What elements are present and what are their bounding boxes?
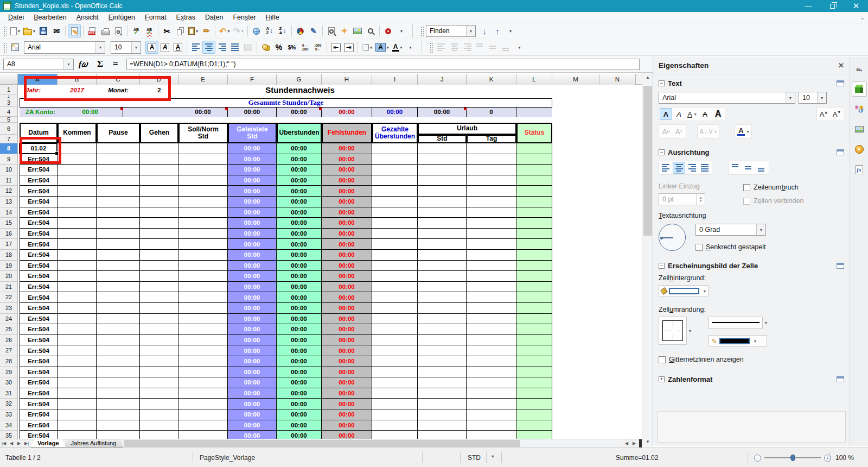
cell-G30[interactable]: 00:00: [277, 377, 322, 388]
cell-D19[interactable]: [140, 261, 178, 272]
cell-J17[interactable]: [418, 239, 467, 250]
cell-K22[interactable]: [467, 292, 516, 303]
cell-L18[interactable]: [516, 250, 552, 261]
cell-E13[interactable]: [178, 197, 228, 207]
cell-J27[interactable]: [418, 345, 467, 356]
row-header-33[interactable]: 33: [0, 409, 18, 420]
column-header-J[interactable]: J: [418, 74, 467, 85]
cell-H10[interactable]: 00:00: [322, 165, 372, 175]
cell-F28[interactable]: 00:00: [228, 356, 277, 367]
sidebar-menu-icon[interactable]: ≡▾: [852, 61, 867, 77]
cell-L22[interactable]: [516, 292, 552, 303]
cell-J14[interactable]: [418, 207, 467, 218]
cell-H20[interactable]: 00:00: [322, 271, 372, 282]
cell-appearance-dialog-launcher-icon[interactable]: [837, 263, 844, 269]
cell-F30[interactable]: 00:00: [228, 377, 277, 388]
row-header-8[interactable]: 8: [0, 143, 18, 154]
cell-A24[interactable]: Err:504: [20, 314, 58, 325]
cell-G26[interactable]: 00:00: [277, 335, 322, 346]
toolbar-options-button[interactable]: ▾: [395, 24, 408, 37]
minimize-button[interactable]: —: [796, 0, 820, 12]
cell-I22[interactable]: [372, 292, 418, 303]
cell-A33[interactable]: Err:504: [20, 409, 58, 420]
paste-button[interactable]: ▾: [187, 24, 200, 37]
cell-K35[interactable]: [467, 431, 516, 439]
auto-spellcheck-button[interactable]: AB✓: [143, 24, 156, 37]
cell-J26[interactable]: [418, 335, 467, 346]
select-all-corner[interactable]: [0, 74, 18, 85]
cell-B33[interactable]: [58, 409, 97, 420]
vertical-scrollbar-thumb[interactable]: [643, 86, 652, 236]
scroll-down-icon[interactable]: ▼: [642, 437, 653, 446]
cell-J29[interactable]: [418, 367, 467, 378]
cell-I21[interactable]: [372, 282, 418, 293]
percent-button[interactable]: %: [272, 41, 285, 54]
column-header-G[interactable]: G: [277, 74, 322, 85]
cell-B28[interactable]: [58, 356, 97, 367]
toolbar-options-button[interactable]: ▾: [513, 41, 526, 54]
cell-C9[interactable]: [97, 154, 140, 165]
cell-C28[interactable]: [97, 356, 140, 367]
cut-button[interactable]: ✂: [161, 24, 174, 37]
cell-B12[interactable]: [58, 186, 97, 197]
cell-C32[interactable]: [97, 399, 140, 409]
zoom-slider-thumb[interactable]: [790, 455, 795, 461]
cell-L13[interactable]: [516, 197, 552, 207]
cell-E29[interactable]: [178, 367, 228, 378]
redo-button[interactable]: ↷▾: [231, 24, 245, 37]
bold-button[interactable]: A: [660, 108, 672, 120]
cell-A26[interactable]: Err:504: [20, 335, 58, 346]
cell-C33[interactable]: [97, 409, 140, 420]
rotation-combo[interactable]: 0 Grad▾: [695, 224, 766, 236]
email-button[interactable]: ✉: [50, 24, 63, 37]
cell-I27[interactable]: [372, 345, 418, 356]
cell-G31[interactable]: 00:00: [277, 388, 322, 399]
row-header-22[interactable]: 22: [0, 292, 18, 303]
header-urlaub-std[interactable]: Std: [418, 135, 467, 143]
cell-E14[interactable]: [178, 207, 228, 218]
cell-E18[interactable]: [178, 250, 228, 261]
navigator-button[interactable]: ✦: [338, 24, 351, 37]
name-box-dropdown-icon[interactable]: ▾: [63, 59, 73, 70]
cell-G10[interactable]: 00:00: [277, 165, 322, 175]
cell-B4[interactable]: 00:00: [58, 107, 123, 117]
restore-button[interactable]: [820, 0, 844, 12]
cell-E15[interactable]: [178, 218, 228, 229]
cell-A30[interactable]: Err:504: [20, 377, 58, 388]
row-header-3[interactable]: 3: [0, 98, 18, 107]
subscript-button[interactable]: AT: [673, 125, 685, 137]
cell-F31[interactable]: 00:00: [228, 388, 277, 399]
cell-L34[interactable]: [516, 420, 552, 431]
cell-C25[interactable]: [97, 324, 140, 335]
obj-align-top-button[interactable]: [474, 41, 487, 54]
cell-L31[interactable]: [516, 388, 552, 399]
tab-properties[interactable]: [852, 81, 867, 97]
formula-input[interactable]: =WENN(D1> 0;DATUM(B1;D1;1);" "): [126, 59, 640, 70]
cell-C24[interactable]: [97, 314, 140, 325]
horizontal-scrollbar[interactable]: [124, 439, 623, 447]
cell-A18[interactable]: Err:504: [20, 250, 58, 261]
header-urlaub-tag[interactable]: Tag: [467, 135, 516, 143]
cell-G18[interactable]: 00:00: [277, 250, 322, 261]
cell-E10[interactable]: [178, 165, 228, 175]
align-left-button[interactable]: [189, 41, 202, 54]
column-header-E[interactable]: E: [178, 74, 228, 85]
cell-C15[interactable]: [97, 218, 140, 229]
delete-decimal-button[interactable]: .0000←: [311, 41, 324, 54]
cell-E32[interactable]: [178, 399, 228, 409]
cell-G21[interactable]: 00:00: [277, 282, 322, 293]
cell-G13[interactable]: 00:00: [277, 197, 322, 207]
cell-L28[interactable]: [516, 356, 552, 367]
cell-F34[interactable]: 00:00: [228, 420, 277, 431]
cell-F21[interactable]: 00:00: [228, 282, 277, 293]
row-header-11[interactable]: 11: [0, 175, 18, 186]
cell-C18[interactable]: [97, 250, 140, 261]
cell-E33[interactable]: [178, 409, 228, 420]
header-I[interactable]: Gezahlte Überstunden: [372, 123, 418, 143]
cell-K13[interactable]: [467, 197, 516, 207]
prev-sheet-icon[interactable]: ◀: [8, 439, 15, 447]
cell-I12[interactable]: [372, 186, 418, 197]
next-sheet-icon[interactable]: ▶: [15, 439, 23, 447]
cell-H29[interactable]: 00:00: [322, 367, 372, 378]
sort-ascending-button[interactable]: AZ↓: [263, 24, 276, 37]
